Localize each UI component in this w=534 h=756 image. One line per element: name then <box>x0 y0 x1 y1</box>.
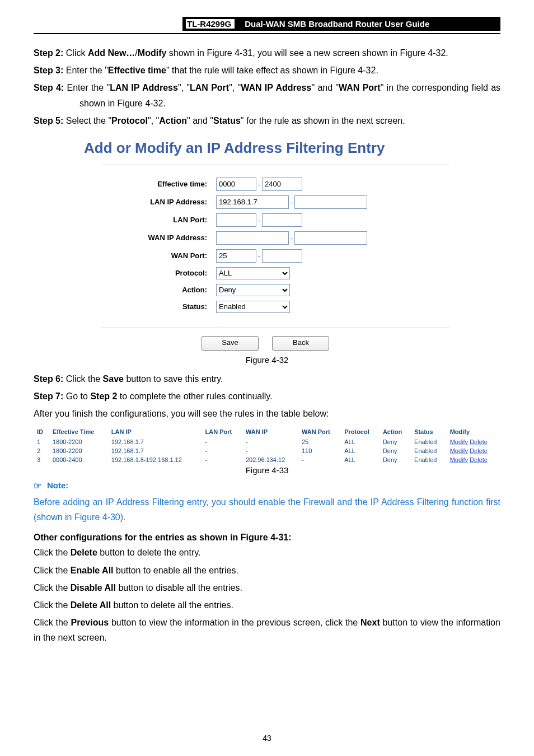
lanip-label: LAN IP Address: <box>101 198 216 206</box>
step-label: Step 2: <box>34 48 66 58</box>
status-select[interactable]: Enabled <box>216 301 290 313</box>
doc-header-bar: TL-R4299GDual-WAN SMB Broadband Router U… <box>182 17 500 31</box>
table-cell: 202.96.134.12 <box>242 455 298 464</box>
wanip-to-input[interactable] <box>294 231 367 245</box>
step-label: Step 6: <box>34 374 66 384</box>
table-cell: 2 <box>34 446 49 455</box>
config-panel: Effective time: - LAN IP Address: - LAN … <box>101 165 450 328</box>
table-cell: ALL <box>341 446 380 455</box>
model-code: TL-R4299G <box>186 19 235 29</box>
table-cell: 1800-2200 <box>49 437 108 446</box>
table-cell: 192.168.1.7 <box>108 437 202 446</box>
table-cell: Deny <box>380 455 411 464</box>
table-header-cell: WAN Port <box>298 426 341 437</box>
table-cell: 0000-2400 <box>49 455 108 464</box>
step-line: Step 4: Enter the "LAN IP Address", "LAN… <box>34 80 500 110</box>
rules-table: IDEffective TimeLAN IPLAN PortWAN IPWAN … <box>34 426 500 464</box>
delete-link[interactable]: Delete <box>470 438 488 445</box>
step-label: Step 3: <box>34 66 66 75</box>
step-label: Step 5: <box>34 116 66 125</box>
table-cell: - <box>242 446 298 455</box>
table-header-cell: LAN Port <box>202 426 242 437</box>
step-line: Step 2: Click Add New…/Modify shown in F… <box>34 45 500 60</box>
table-cell: 25 <box>298 437 341 446</box>
action-select[interactable]: Deny <box>216 284 290 296</box>
step-line: Step 5: Select the "Protocol", "Action" … <box>34 113 500 128</box>
lanport-label: LAN Port: <box>101 216 216 224</box>
lanip-from-input[interactable] <box>216 195 289 209</box>
other-config-line: Click the Enable All button to enable al… <box>34 563 500 578</box>
step-line: Step 7: Go to Step 2 to complete the oth… <box>34 389 500 404</box>
page-number: 43 <box>0 734 534 743</box>
wanport-from-input[interactable] <box>216 249 256 263</box>
table-cell: 192.168.1.7 <box>108 446 202 455</box>
table-row: 11800-2200192.168.1.7--25ALLDenyEnabledM… <box>34 437 500 446</box>
step-label: Step 7: <box>34 391 66 401</box>
table-cell: Enabled <box>411 446 447 455</box>
protocol-label: Protocol: <box>101 269 216 277</box>
table-row: 30000-2400192.168.1.8-192.168.1.12-202.9… <box>34 455 500 464</box>
effective-time-from-input[interactable] <box>216 178 256 191</box>
protocol-select[interactable]: ALL <box>216 267 290 279</box>
other-config-line: Click the Delete All button to delete al… <box>34 598 500 613</box>
table-cell: ALL <box>341 437 380 446</box>
doc-title: Dual-WAN SMB Broadband Router User Guide <box>245 19 429 29</box>
table-header-cell: Action <box>380 426 411 437</box>
table-cell: 192.168.1.8-192.168.1.12 <box>108 455 202 464</box>
wanport-label: WAN Port: <box>101 251 216 260</box>
delete-link[interactable]: Delete <box>470 447 488 454</box>
save-button[interactable]: Save <box>202 336 259 351</box>
note-heading: ☞Note: <box>34 480 500 492</box>
table-cell: 110 <box>298 446 341 455</box>
table-cell: ALL <box>341 455 380 464</box>
step-line: Step 3: Enter the "Effective time" that … <box>34 63 500 78</box>
config-button-row: Save Back <box>202 336 500 351</box>
wanport-to-input[interactable] <box>262 249 302 263</box>
config-panel-title: Add or Modify an IP Address Filtering En… <box>84 139 500 157</box>
steps-top-block: Step 2: Click Add New…/Modify shown in F… <box>34 45 500 128</box>
table-header-cell: WAN IP <box>242 426 298 437</box>
table-header-cell: LAN IP <box>108 426 202 437</box>
table-cell: Deny <box>380 437 411 446</box>
table-cell: 3 <box>34 455 49 464</box>
action-label: Action: <box>101 286 216 294</box>
other-config-line: Click the Delete button to delete the en… <box>34 545 500 560</box>
table-cell: Modify Delete <box>447 437 500 446</box>
wanip-label: WAN IP Address: <box>101 234 216 242</box>
table-cell: Enabled <box>411 455 447 464</box>
table-cell: Deny <box>380 446 411 455</box>
wanip-from-input[interactable] <box>216 231 289 245</box>
effective-time-label: Effective time: <box>101 180 216 188</box>
table-header-cell: Modify <box>447 426 500 437</box>
modify-link[interactable]: Modify <box>450 447 468 454</box>
after-config-line: After you finish the configurations, you… <box>34 406 500 421</box>
delete-link[interactable]: Delete <box>470 456 488 463</box>
lanport-from-input[interactable] <box>216 213 256 227</box>
back-button[interactable]: Back <box>272 336 329 351</box>
table-cell: - <box>298 455 341 464</box>
hand-pointer-icon: ☞ <box>34 480 41 491</box>
table-header-cell: Protocol <box>341 426 380 437</box>
table-header-cell: Effective Time <box>49 426 108 437</box>
table-cell: Enabled <box>411 437 447 446</box>
lanport-to-input[interactable] <box>262 213 302 227</box>
figure-4-32-caption: Figure 4-32 <box>34 355 500 365</box>
table-row: 21800-2200192.168.1.7--110ALLDenyEnabled… <box>34 446 500 455</box>
table-header-cell: ID <box>34 426 49 437</box>
figure-4-33-caption: Figure 4-33 <box>34 465 500 475</box>
table-header-cell: Status <box>411 426 447 437</box>
table-cell: 1 <box>34 437 49 446</box>
table-cell: 1800-2200 <box>49 446 108 455</box>
other-config-line: Click the Disable All button to disable … <box>34 580 500 595</box>
table-cell: Modify Delete <box>447 455 500 464</box>
modify-link[interactable]: Modify <box>450 456 468 463</box>
modify-link[interactable]: Modify <box>450 438 468 445</box>
step-line: Step 6: Click the Save button to save th… <box>34 371 500 386</box>
note-label: Note: <box>47 480 68 490</box>
lanip-to-input[interactable] <box>294 195 367 209</box>
effective-time-to-input[interactable] <box>262 178 302 191</box>
steps-after-block: Step 6: Click the Save button to save th… <box>34 371 500 404</box>
other-config-lines: Click the Delete button to delete the en… <box>34 545 500 645</box>
status-label: Status: <box>101 302 216 311</box>
note-body: Before adding an IP Address Filtering en… <box>34 494 500 525</box>
